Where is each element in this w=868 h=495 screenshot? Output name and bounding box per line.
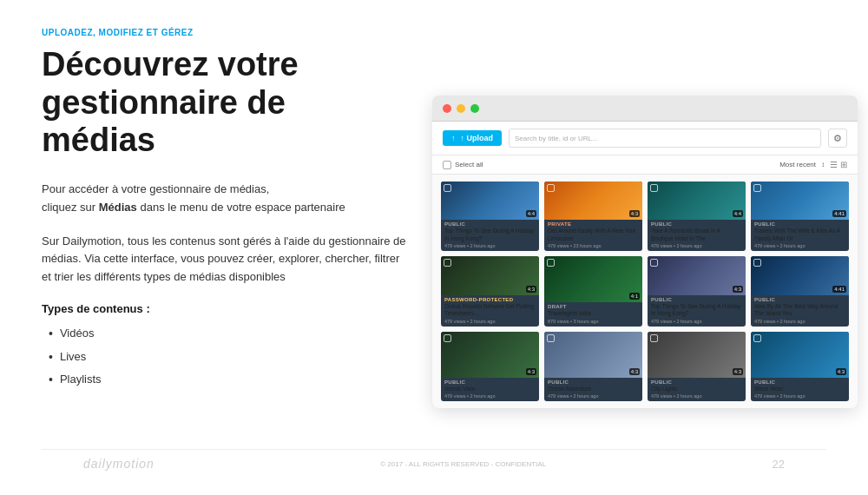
- media-item[interactable]: 4:3 PRIVATE Get Around Easily With A New…: [544, 182, 642, 251]
- media-status: PUBLIC: [651, 380, 742, 385]
- types-title: Types de contenus :: [42, 302, 406, 315]
- media-thumbnail: 4:3: [648, 332, 746, 378]
- media-meta: DRAFT Travelagent India 879 views • 3 ho…: [544, 302, 642, 326]
- select-all-checkbox[interactable]: [443, 161, 451, 169]
- upload-button[interactable]: ↑ ↑ Upload: [443, 130, 502, 146]
- media-stats: 479 views • 2 hours ago: [548, 393, 639, 399]
- media-status: PUBLIC: [444, 221, 536, 227]
- duration-badge: 4:4: [526, 210, 536, 217]
- media-item[interactable]: 4:3 PUBLIC Ocean Adventure 479 views • 2…: [544, 332, 642, 401]
- media-checkbox[interactable]: [650, 259, 658, 267]
- media-meta: PASSWORD-PROTECTED Global Resorts Networ…: [441, 295, 539, 327]
- content-area: Découvrez votre gestionnaire de médias P…: [42, 46, 826, 449]
- footer-copyright: © 2017 - ALL RIGHTS RESERVED - CONFIDENT…: [380, 460, 546, 468]
- page-number: 22: [773, 458, 785, 471]
- media-checkbox[interactable]: [444, 334, 451, 342]
- right-panel: ↑ ↑ Upload Search by title, id or URL...…: [432, 46, 858, 449]
- media-stats: 479 views • 2 hours ago: [651, 393, 742, 399]
- duration-badge: 4:3: [733, 368, 743, 375]
- media-status: PUBLIC: [754, 380, 845, 385]
- media-meta: PUBLIC Top Things To See During A Holida…: [441, 220, 539, 251]
- select-all-control[interactable]: Select all: [443, 161, 483, 169]
- media-stats: 479 views • 2 hours ago: [444, 243, 536, 248]
- media-stats: 479 views • 2 hours ago: [754, 243, 845, 248]
- media-meta: PUBLIC Ocean Adventure 479 views • 2 hou…: [544, 378, 642, 401]
- list-item: Lives: [49, 346, 406, 369]
- media-item[interactable]: 4:3 PUBLIC Wave Rider 479 views • 2 hour…: [751, 332, 849, 401]
- media-status: PUBLIC: [754, 297, 845, 302]
- media-status: PRIVATE: [548, 221, 639, 227]
- media-title: Top Things To See During A Holiday In Ho…: [444, 228, 536, 242]
- media-checkbox[interactable]: [753, 259, 761, 267]
- description-1: Pour accéder à votre gestionnaire de méd…: [42, 181, 406, 217]
- sort-arrow-icon: ↕: [821, 161, 825, 168]
- filter-bar: Select all Most recent ↕ ☰ ⊞: [432, 155, 858, 175]
- main-title: Découvrez votre gestionnaire de médias: [42, 46, 406, 160]
- browser-content: ↑ ↑ Upload Search by title, id or URL...…: [432, 122, 858, 408]
- media-title: Ocean Adventure: [548, 386, 639, 393]
- media-thumbnail: 4:41: [751, 256, 849, 294]
- media-checkbox[interactable]: [650, 334, 658, 342]
- media-checkbox[interactable]: [650, 184, 658, 192]
- media-checkbox[interactable]: [547, 184, 555, 192]
- media-checkbox[interactable]: [547, 334, 555, 342]
- media-meta: PRIVATE Get Around Easily With A New Yor…: [544, 220, 642, 251]
- media-status: PUBLIC: [651, 297, 742, 302]
- left-panel: Découvrez votre gestionnaire de médias P…: [42, 46, 406, 449]
- media-thumbnail: 4:4: [441, 182, 539, 220]
- media-title: Take A Romantic Break In A Boutique Hote…: [651, 228, 742, 242]
- duration-badge: 4:3: [526, 286, 536, 293]
- media-grid: 4:4 PUBLIC Top Things To See During A Ho…: [432, 175, 858, 408]
- media-title: Idea By Air The Best Way Around The Isla…: [754, 303, 845, 318]
- grid-view-icon[interactable]: ⊞: [840, 160, 847, 169]
- media-stats: 879 views • 3 hours ago: [548, 319, 639, 324]
- media-item[interactable]: 4:4 PUBLIC Top Things To See During A Ho…: [441, 182, 539, 251]
- media-checkbox[interactable]: [753, 184, 761, 192]
- media-meta: PUBLIC City Lights 479 views • 2 hours a…: [648, 378, 746, 401]
- media-title: Get Around Easily With A New York Limous…: [548, 228, 639, 242]
- media-checkbox[interactable]: [444, 184, 451, 192]
- media-checkbox[interactable]: [444, 259, 451, 267]
- duration-badge: 4:3: [526, 368, 536, 375]
- duration-badge: 4:41: [832, 210, 846, 217]
- media-title: Global Resorts Network Get Putting Times…: [444, 303, 536, 318]
- duration-badge: 4:3: [629, 210, 640, 217]
- media-item[interactable]: 4:4 PUBLIC Take A Romantic Break In A Bo…: [648, 182, 746, 251]
- media-thumbnail: 4:1: [544, 256, 642, 302]
- settings-icon-button[interactable]: ⚙: [828, 129, 847, 148]
- media-thumbnail: 4:3: [441, 332, 539, 378]
- media-item[interactable]: 4:41 PUBLIC Idea By Air The Best Way Aro…: [751, 256, 849, 326]
- media-stats: 479 views • 2 hours ago: [754, 393, 845, 399]
- upload-arrow-icon: ↑: [451, 134, 456, 142]
- media-item[interactable]: 4:3 PUBLIC Scenic View 479 views • 2 hou…: [441, 332, 539, 401]
- media-item[interactable]: 4:3 PUBLIC Top Things To See During A Ho…: [648, 256, 746, 326]
- media-stats: 479 views • 2 hours ago: [444, 393, 536, 399]
- media-checkbox[interactable]: [547, 259, 555, 267]
- browser-maximize-dot: [470, 104, 479, 113]
- media-item[interactable]: 4:1 DRAFT Travelagent India 879 views • …: [544, 256, 642, 326]
- search-bar[interactable]: Search by title, id or URL...: [509, 129, 821, 148]
- browser-minimize-dot: [457, 104, 465, 113]
- media-item[interactable]: 4:41 PUBLIC Travels With The Wife & Kids…: [751, 182, 849, 251]
- media-thumbnail: 4:3: [544, 182, 642, 220]
- media-meta: PUBLIC Travels With The Wife & Kids As A…: [751, 220, 849, 251]
- media-stats: 479 views • 2 hours ago: [651, 243, 742, 248]
- duration-badge: 4:3: [836, 368, 846, 375]
- browser-chrome-bar: [432, 96, 858, 122]
- media-thumbnail: 4:3: [648, 256, 746, 294]
- media-meta: PUBLIC Scenic View 479 views • 2 hours a…: [441, 378, 539, 401]
- list-view-icon[interactable]: ☰: [830, 160, 838, 169]
- media-title: Wave Rider: [754, 386, 845, 393]
- media-item[interactable]: 4:3 PASSWORD-PROTECTED Global Resorts Ne…: [441, 256, 539, 326]
- media-status: PASSWORD-PROTECTED: [444, 297, 536, 302]
- slide-page: UPLOADEZ, MODIFIEZ ET GÉREZ Découvrez vo…: [0, 0, 868, 495]
- media-status: DRAFT: [548, 304, 639, 309]
- media-title: Scenic View: [444, 386, 536, 393]
- media-meta: PUBLIC Wave Rider 479 views • 2 hours ag…: [751, 378, 849, 401]
- media-checkbox[interactable]: [753, 334, 761, 342]
- media-status: PUBLIC: [651, 221, 742, 227]
- media-thumbnail: 4:3: [441, 256, 539, 294]
- top-label: UPLOADEZ, MODIFIEZ ET GÉREZ: [42, 28, 826, 37]
- sort-label[interactable]: Most recent: [779, 161, 816, 168]
- media-item[interactable]: 4:3 PUBLIC City Lights 479 views • 2 hou…: [648, 332, 746, 401]
